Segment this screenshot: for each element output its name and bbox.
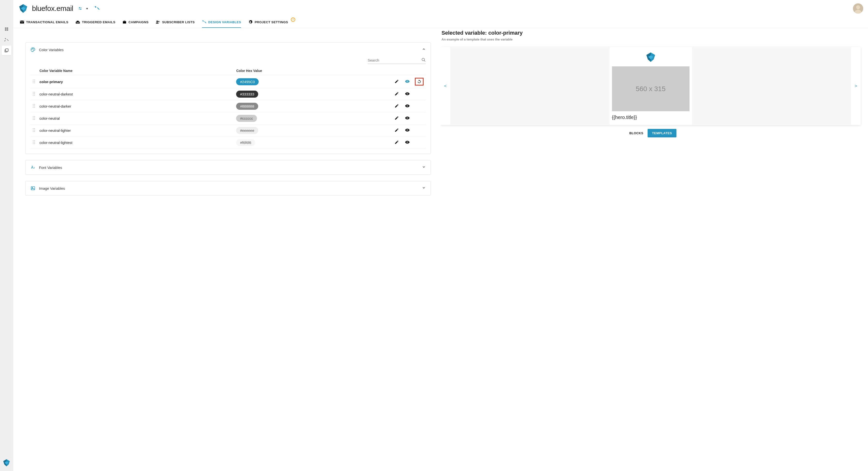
svg-point-18 [156, 21, 158, 22]
tab-subscriber-lists[interactable]: SUBSCRIBER LISTS [156, 17, 194, 28]
template-preview: 560 x 315 {{hero.title}} [610, 47, 692, 125]
panel-font-variables: Font Variables [25, 160, 431, 175]
briefcase-icon [123, 20, 126, 24]
table-row: color-neutral-lighter#eeeeee [30, 124, 426, 137]
svg-point-50 [33, 130, 34, 130]
svg-point-37 [34, 104, 35, 105]
svg-point-38 [33, 106, 34, 106]
svg-point-47 [34, 119, 35, 120]
svg-point-21 [32, 48, 33, 49]
tabs: TRANSACTIONAL EMAILS TRIGGERED EMAILS CA… [13, 17, 868, 28]
preview-button[interactable] [402, 100, 413, 112]
svg-point-44 [33, 118, 34, 118]
edit-button[interactable] [392, 137, 402, 149]
svg-point-40 [33, 107, 34, 108]
app-logo [18, 3, 29, 14]
svg-point-29 [34, 82, 35, 83]
svg-rect-60 [31, 186, 35, 190]
search-icon [422, 58, 426, 63]
drag-handle[interactable] [30, 124, 37, 137]
preview-button[interactable] [402, 88, 413, 100]
drag-handle[interactable] [30, 88, 37, 100]
search-input-wrap [368, 57, 426, 64]
toggle-blocks[interactable]: BLOCKS [625, 129, 648, 137]
app-logo-mini [2, 459, 11, 467]
preview-prev[interactable]: < [440, 84, 450, 89]
svg-point-28 [33, 82, 34, 83]
svg-rect-3 [6, 29, 8, 31]
avatar[interactable] [853, 3, 863, 13]
image-icon [30, 185, 36, 191]
variable-name: color-neutral [37, 112, 234, 124]
preview-next[interactable]: > [851, 84, 861, 89]
drag-handle[interactable] [30, 75, 37, 88]
svg-rect-2 [5, 29, 6, 31]
svg-point-35 [34, 95, 35, 96]
svg-point-12 [81, 9, 82, 10]
refresh-button[interactable] [413, 75, 426, 88]
tools-icon [202, 20, 206, 24]
tab-project-settings[interactable]: PROJECT SETTINGS ! [248, 17, 295, 28]
refresh-button[interactable] [413, 124, 426, 137]
edit-button[interactable] [392, 124, 402, 137]
color-chip: #888888 [236, 103, 258, 110]
table-row: color-neutral-darker#888888 [30, 100, 426, 112]
brand-dropdown-icon[interactable] [78, 6, 82, 11]
refresh-button[interactable] [413, 112, 426, 124]
template-logo-icon [645, 51, 657, 63]
svg-point-20 [32, 49, 32, 50]
panel-image-variables: Image Variables [25, 181, 431, 196]
variable-name: color-neutral-lightest [37, 137, 234, 149]
chevron-down-icon [422, 165, 426, 170]
preview-button[interactable] [402, 112, 413, 124]
edit-button[interactable] [392, 100, 402, 112]
tab-design-variables[interactable]: DESIGN VARIABLES [202, 17, 241, 28]
svg-point-43 [34, 116, 35, 117]
rail-item-tools[interactable] [2, 35, 11, 45]
toggle-templates[interactable]: TEMPLATES [648, 129, 676, 137]
tab-campaigns[interactable]: CAMPAIGNS [123, 17, 149, 28]
drag-handle[interactable] [30, 112, 37, 124]
edit-button[interactable] [392, 75, 402, 88]
rail-item-layers[interactable] [2, 46, 11, 55]
app-brand[interactable]: bluefox.email [32, 4, 73, 12]
preview-button[interactable] [402, 75, 413, 88]
preview-toggle: BLOCKS TEMPLATES [440, 129, 861, 137]
mail-icon [20, 20, 24, 24]
search-input[interactable] [368, 57, 426, 64]
template-hero: 560 x 315 [612, 66, 689, 111]
chevron-down-icon[interactable]: ▾ [86, 6, 88, 10]
topbar: bluefox.email ▾ [13, 0, 868, 17]
template-heading: {{hero.title}} [610, 111, 692, 122]
refresh-button[interactable] [413, 137, 426, 149]
preview-button[interactable] [402, 124, 413, 137]
refresh-button[interactable] [413, 88, 426, 100]
preview-button[interactable] [402, 137, 413, 149]
refresh-button[interactable] [413, 100, 426, 112]
variable-name: color-primary [37, 75, 234, 88]
svg-point-49 [34, 128, 35, 129]
panel-head-colors[interactable]: Color Variables [25, 42, 431, 57]
svg-point-51 [34, 130, 35, 130]
svg-point-19 [158, 21, 160, 22]
tab-transactional-emails[interactable]: TRANSACTIONAL EMAILS [20, 17, 68, 28]
drag-handle[interactable] [30, 137, 37, 149]
color-variables-table: Color Variable Name Color Hex Value colo… [30, 66, 426, 149]
svg-point-55 [34, 141, 35, 141]
gear-icon [248, 20, 253, 24]
font-icon [30, 165, 36, 170]
palette-icon [30, 47, 36, 52]
tools-icon[interactable] [94, 6, 99, 11]
panel-head-images[interactable]: Image Variables [25, 181, 431, 195]
variable-name: color-neutral-darkest [37, 88, 234, 100]
rail-item-dashboard[interactable] [2, 24, 11, 34]
table-row: color-neutral-darkest#333333 [30, 88, 426, 100]
edit-button[interactable] [392, 112, 402, 124]
drag-handle[interactable] [30, 100, 37, 112]
selected-variable-sub: An example of a template that uses the v… [441, 37, 861, 41]
tab-triggered-emails[interactable]: TRIGGERED EMAILS [75, 17, 115, 28]
svg-rect-0 [5, 27, 6, 29]
svg-point-46 [33, 119, 34, 120]
panel-head-fonts[interactable]: Font Variables [25, 160, 431, 174]
edit-button[interactable] [392, 88, 402, 100]
